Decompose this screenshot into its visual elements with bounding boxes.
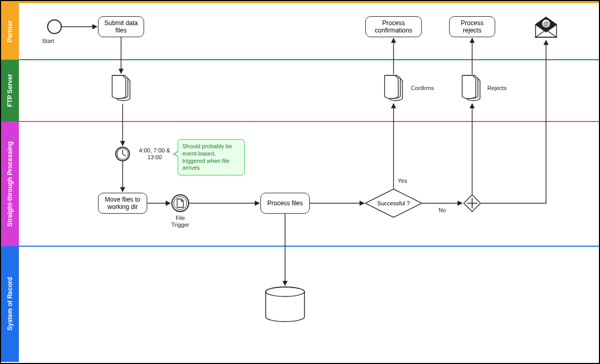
decision-yes-label: Yes [398, 178, 407, 184]
task-label: Process rejects [452, 19, 493, 35]
lane-header-sor: System of Record [1, 246, 19, 362]
lane-label: Straight-through Processing [6, 141, 14, 227]
lane-header-stp: Straight-through Processing [1, 122, 19, 246]
lane-label: FTP Server [6, 74, 14, 107]
task-label: Process confirmations [368, 19, 419, 35]
database-icon [265, 286, 306, 323]
decision-successful: Successful ? [365, 189, 422, 218]
task-label: Move files to working dir [101, 196, 145, 211]
lane-header-partner: Partner [1, 3, 19, 60]
timer-event-inner [117, 148, 128, 160]
start-event-circle [47, 19, 62, 34]
task-process-confirmations: Process confirmations [365, 16, 422, 37]
parallel-gateway [463, 194, 481, 212]
document-stack-icon [111, 74, 134, 103]
svg-text:@: @ [543, 20, 549, 27]
document-stack-icon [461, 74, 484, 103]
timer-label: 4:00, 7:00 & 13:00 [136, 147, 173, 161]
document-stack-icon [384, 74, 407, 103]
task-process-files: Process files [260, 193, 310, 214]
task-move-files: Move files to working dir [98, 193, 147, 214]
task-label: Submit data files [101, 19, 141, 35]
lane-label: System of Record [6, 277, 14, 330]
task-submit-data: Submit data files [98, 16, 144, 37]
file-icon [176, 198, 184, 208]
lane-label: Partner [6, 20, 14, 42]
lane-header-ftp: FTP Server [1, 60, 19, 122]
decision-no-label: No [439, 207, 446, 214]
mail-icon: @ [533, 14, 559, 39]
lane-separator [19, 246, 599, 247]
start-label: Start [42, 38, 54, 45]
lane-separator [19, 121, 599, 122]
diagram-stage: Partner FTP Server Straight-through Proc… [0, 0, 600, 364]
task-label: Process files [267, 200, 303, 207]
confirms-label: Confirms [411, 85, 434, 92]
rejects-label: Rejects [487, 85, 507, 92]
decision-text: Successful ? [377, 200, 410, 207]
task-process-rejects: Process rejects [449, 16, 495, 37]
file-trigger-label: File Trigger [169, 215, 192, 228]
callout-tail [174, 151, 179, 157]
top-accent-bar [1, 1, 599, 3]
callout-text: Should probably be event-based, triggere… [182, 143, 232, 171]
callout-note: Should probably be event-based, triggere… [178, 139, 245, 175]
lane-separator [19, 59, 599, 60]
